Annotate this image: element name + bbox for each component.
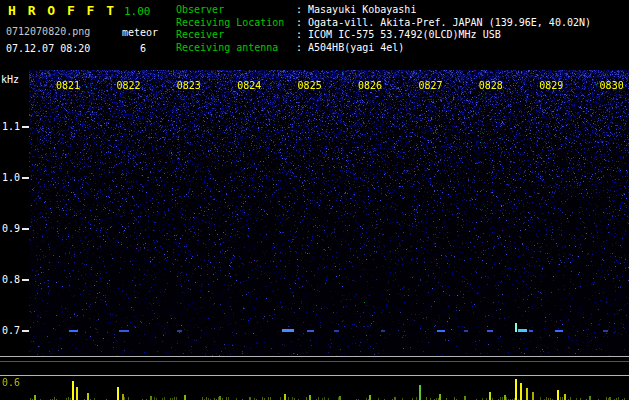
freq-tick-label: 1.1	[2, 121, 20, 132]
station-value: : A504HB(yagi 4el)	[296, 42, 404, 53]
time-tick-label: 0830	[600, 80, 624, 91]
spectrogram-canvas	[29, 70, 629, 356]
mode-label: meteor	[122, 27, 158, 38]
activity-strip	[0, 376, 629, 400]
freq-tick-label: 0.8	[2, 274, 20, 285]
time-tick-label: 0821	[56, 80, 80, 91]
station-label: Receiving antenna	[176, 42, 296, 55]
station-info: Observer: Masayuki Kobayashi Receiving L…	[176, 4, 591, 54]
station-label: Receiver	[176, 29, 296, 42]
freq-tick-mark	[22, 279, 29, 281]
freq-label-0-6: 0.6	[2, 377, 20, 388]
station-value: : Ogata-vill. Akita-Pref. JAPAN (139.96E…	[296, 17, 591, 28]
hrofft-screen: H R O F F T 1.00 0712070820.png meteor 0…	[0, 0, 629, 400]
activity-canvas	[0, 376, 629, 400]
freq-tick-mark	[22, 330, 29, 332]
output-filename: 0712070820.png	[6, 26, 90, 37]
time-tick-label: 0828	[479, 80, 503, 91]
separator-band	[0, 356, 629, 376]
station-value: : ICOM IC-575 53.7492(0LCD)MHz USB	[296, 29, 501, 40]
station-row-location: Receiving Location: Ogata-vill. Akita-Pr…	[176, 17, 591, 30]
freq-tick-label: 0.7	[2, 325, 20, 336]
time-tick-label: 0826	[358, 80, 382, 91]
separator-inner-line	[0, 361, 629, 362]
station-row-observer: Observer: Masayuki Kobayashi	[176, 4, 591, 17]
meteor-count: 6	[140, 43, 146, 54]
time-tick-label: 0829	[539, 80, 563, 91]
freq-tick-label: 1.0	[2, 172, 20, 183]
time-tick-label: 0825	[298, 80, 322, 91]
freq-tick-mark	[22, 177, 29, 179]
freq-unit-label: kHz	[1, 74, 19, 85]
header: H R O F F T 1.00 0712070820.png meteor 0…	[0, 0, 629, 70]
station-value: : Masayuki Kobayashi	[296, 4, 416, 15]
station-label: Observer	[176, 4, 296, 17]
time-tick-label: 0822	[116, 80, 140, 91]
station-label: Receiving Location	[176, 17, 296, 30]
time-tick-label: 0824	[237, 80, 261, 91]
time-tick-label: 0827	[418, 80, 442, 91]
time-tick-label: 0823	[177, 80, 201, 91]
freq-tick-mark	[22, 228, 29, 230]
app-version: 1.00	[124, 5, 151, 18]
spectrogram-plot: kHz 082108220823082408250826082708280829…	[0, 70, 629, 356]
freq-tick-label: 0.9	[2, 223, 20, 234]
station-row-antenna: Receiving antenna: A504HB(yagi 4el)	[176, 42, 591, 55]
datetime-label: 07.12.07 08:20	[6, 43, 90, 54]
station-row-receiver: Receiver: ICOM IC-575 53.7492(0LCD)MHz U…	[176, 29, 591, 42]
app-title: H R O F F T	[8, 3, 116, 18]
freq-tick-mark	[22, 126, 29, 128]
